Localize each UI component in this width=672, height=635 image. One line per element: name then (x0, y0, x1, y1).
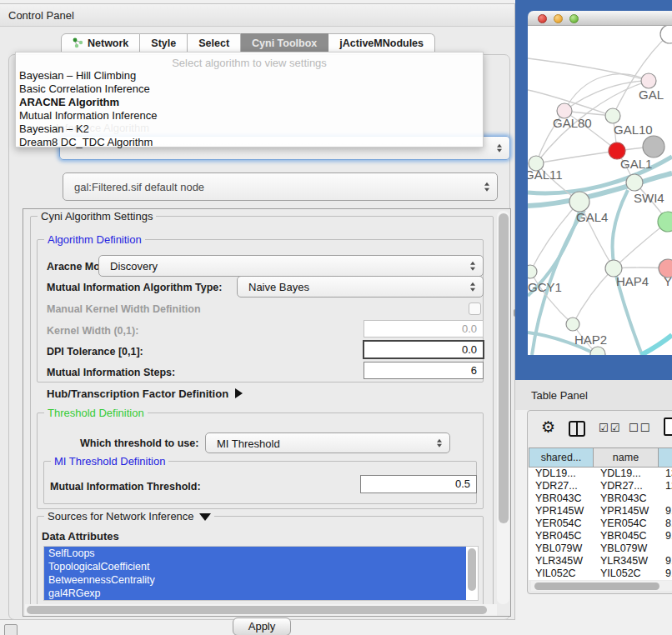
tab-network[interactable]: Network (61, 33, 140, 52)
network-canvas[interactable]: GALGAL80GAL10GAL1GAL11SWI4GAL4GCY1HAP4YH… (528, 26, 672, 355)
network-desktop: GALGAL80GAL10GAL1GAL11SWI4GAL4GCY1HAP4YH… (515, 0, 672, 380)
table-cell: YLR345W (594, 555, 659, 568)
mi-algorithm-type-combobox[interactable]: Naive Bayes (237, 276, 484, 298)
hub-definition-toggle[interactable]: Hub/Transcription Factor Definition (47, 388, 243, 400)
table-row[interactable]: YIL052CYIL052C9. (529, 568, 672, 580)
algorithm-option[interactable]: Basic Correlation Inference (16, 82, 483, 96)
mi-threshold-field[interactable]: 0.5 (360, 475, 477, 493)
mi-threshold-label: Mutual Information Threshold: (50, 481, 201, 492)
network-node-swi4[interactable] (626, 174, 643, 191)
screen: Control Panel ✖ NetworkStyleSelectCyni T… (0, 0, 672, 635)
settings-horizontal-scrollbar[interactable] (25, 604, 497, 616)
network-edge[interactable] (641, 335, 672, 355)
network-node-label: GAL11 (528, 168, 563, 182)
network-edge[interactable] (564, 74, 649, 111)
unchecked-columns-icon[interactable]: ☐☐ (629, 422, 651, 434)
columns-icon[interactable] (569, 421, 585, 437)
network-edge[interactable] (528, 58, 649, 81)
tab-label: Network (88, 38, 128, 49)
tab-label: Style (151, 38, 176, 49)
threshold-definition-title: Threshold Definition (44, 407, 148, 419)
tab-jactivemnodules[interactable]: jActiveMNodules (328, 33, 435, 52)
data-attributes-list[interactable]: SelfLoopsTopologicalCoefficientBetweenne… (43, 546, 479, 601)
mi-threshold-definition-title: MI Threshold Definition (51, 455, 168, 468)
network-edge[interactable] (536, 151, 617, 163)
data-attributes-label: Data Attributes (42, 530, 119, 542)
algorithm-option[interactable]: Mutual Information Inference (16, 109, 483, 122)
table-row[interactable]: YBR045CYBR045C9. (529, 530, 672, 542)
table-panel-title: Table Panel (531, 389, 588, 402)
network-window-titlebar[interactable] (528, 11, 672, 26)
network-edge[interactable] (573, 268, 614, 324)
algorithm-option[interactable]: ARACNE Algorithm (16, 96, 483, 109)
table-row[interactable]: YBL079WYBL079W (529, 542, 672, 555)
document-icon[interactable] (664, 418, 672, 436)
data-attribute-item[interactable]: gal4RGexp (44, 587, 466, 600)
table-column-header[interactable]: A (659, 448, 672, 468)
table-row[interactable]: YDR27...YDR27...12 (529, 480, 672, 492)
network-node-label: HAP4 (616, 274, 649, 288)
manual-kernel-width-label: Manual Kernel Width Definition (47, 303, 201, 315)
table-row[interactable]: YLR345WYLR345W9. (529, 555, 672, 568)
kernel-width-field[interactable]: 0.0 (364, 320, 484, 338)
table-cell: YDR27... (529, 480, 594, 492)
network-node[interactable] (658, 212, 672, 232)
table-cell: YER054C (594, 518, 659, 530)
table-horizontal-scrollbar[interactable] (531, 581, 672, 591)
network-node-hap2[interactable] (566, 318, 579, 331)
algorithm-option[interactable]: Bayesian – Hill Climbing (16, 69, 483, 82)
table-column-header[interactable]: shared... (529, 448, 594, 468)
table-row[interactable]: YPR145WYPR145W9. (529, 505, 672, 518)
checked-columns-icon[interactable]: ☑☑ (599, 422, 621, 434)
network-node-gal[interactable] (641, 73, 656, 88)
zoom-traffic-light-icon[interactable] (569, 14, 579, 23)
table-cell: YDR27... (594, 480, 659, 492)
table-row[interactable]: YBR043CYBR043C (529, 492, 672, 505)
control-panel-titlebar: Control Panel ✖ (0, 4, 514, 27)
network-edge[interactable] (612, 190, 628, 268)
network-node-label: GAL (639, 88, 664, 102)
network-node-gal4[interactable] (569, 192, 589, 212)
cyni-algorithm-settings-title: Cyni Algorithm Settings (38, 210, 156, 222)
network-node[interactable] (590, 347, 605, 355)
algorithm-option[interactable]: Bayesian – K2 (16, 122, 483, 136)
apply-button[interactable]: Apply (233, 618, 291, 635)
network-node-gcy1[interactable] (528, 265, 537, 278)
aracne-mode-combobox[interactable]: Discovery (98, 255, 484, 277)
network-table-combobox[interactable]: gal:Filtered.sif default node (63, 172, 498, 201)
dpi-tolerance-field[interactable]: 0.0 (363, 340, 484, 359)
sources-title-wrap[interactable]: Sources for Network Inference (44, 510, 214, 522)
close-traffic-light-icon[interactable] (538, 14, 547, 23)
which-threshold-combobox[interactable]: MI Threshold (205, 432, 450, 453)
table-column-header[interactable]: name (594, 448, 659, 468)
tab-style[interactable]: Style (140, 33, 188, 52)
gear-icon[interactable]: ⚙ (541, 419, 555, 435)
sources-title: Sources for Network Inference (48, 510, 194, 522)
table-cell: YLR345W (529, 555, 594, 568)
mi-steps-field[interactable]: 6 (364, 362, 484, 379)
table-cell: YIL052C (594, 568, 659, 580)
algorithm-option[interactable]: Dream8 DC_TDC Algorithm (16, 136, 483, 149)
table-row[interactable]: YER054CYER054C8. (529, 518, 672, 530)
list-vertical-scrollbar[interactable] (466, 547, 477, 599)
combo-arrows-icon (497, 143, 502, 152)
tab-select[interactable]: Select (188, 33, 241, 52)
data-attribute-item[interactable]: TopologicalCoefficient (44, 560, 466, 573)
manual-kernel-width-checkbox[interactable] (469, 302, 481, 315)
data-attribute-item[interactable]: BetweennessCentrality (44, 573, 466, 587)
settings-vertical-scrollbar[interactable] (497, 211, 509, 604)
tab-cyni-toolbox[interactable]: Cyni Toolbox (241, 33, 328, 52)
network-edge[interactable] (613, 34, 669, 116)
network-edge[interactable] (614, 222, 668, 268)
network-node-label: GAL10 (614, 122, 653, 137)
table-row[interactable]: YDL19...YDL19...13 (529, 468, 672, 480)
docked-panel-icon[interactable] (4, 624, 18, 635)
data-attribute-item[interactable]: SelfLoops (44, 547, 466, 560)
table-cell: YDL19... (594, 468, 659, 480)
network-node-label: Y (664, 274, 672, 288)
table-cell: 9. (659, 555, 672, 568)
minimize-traffic-light-icon[interactable] (554, 14, 563, 23)
table-cell: 9. (659, 530, 672, 542)
network-node[interactable] (643, 136, 664, 158)
network-node-gal10[interactable] (605, 108, 620, 123)
